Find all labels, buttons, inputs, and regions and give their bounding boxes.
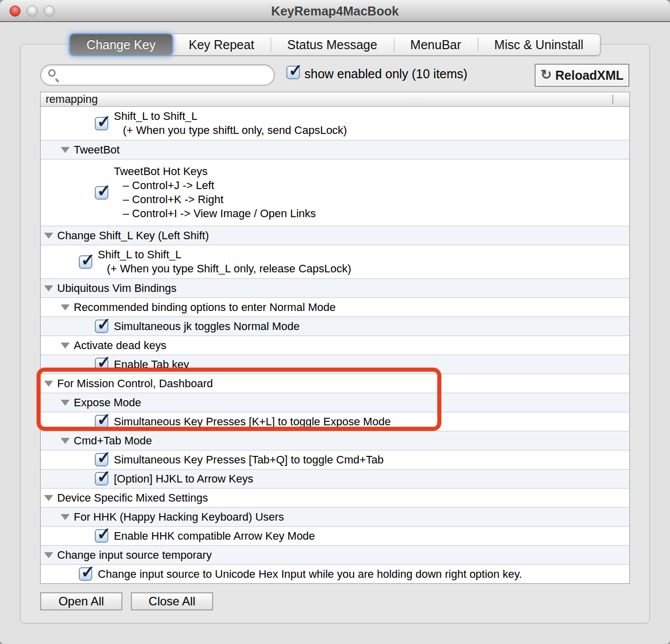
- tree-item-row[interactable]: [Option] HJKL to Arrow Keys: [41, 469, 629, 489]
- search-icon: [48, 69, 56, 77]
- show-enabled-only-checkbox[interactable]: [286, 66, 300, 79]
- reload-xml-label: ReloadXML: [555, 68, 623, 83]
- item-checkbox[interactable]: [95, 186, 108, 200]
- tree-section-row[interactable]: Expose Mode: [41, 393, 629, 412]
- item-label: Simultaneous jk toggles Normal Mode: [114, 319, 300, 334]
- section-label: Change Shift_L Key (Left Shift): [57, 229, 209, 242]
- search-input[interactable]: [61, 66, 267, 84]
- column-header-label: remapping: [46, 93, 98, 106]
- item-label: Simultaneous Key Presses [Tab+Q] to togg…: [114, 453, 384, 467]
- tree-item-row[interactable]: Simultaneous Key Presses [K+L] to toggle…: [41, 412, 629, 431]
- tab-misc-uninstall[interactable]: Misc & Uninstall: [478, 34, 600, 55]
- tree-rows-container: Shift_L to Shift_L(+ When you type shift…: [41, 107, 629, 584]
- item-label: Shift_L to Shift_L(+ When you type shift…: [114, 109, 347, 137]
- tab-bar: Change KeyKey RepeatStatus MessageMenuBa…: [70, 34, 601, 56]
- item-checkbox[interactable]: [79, 255, 92, 269]
- tree-section-row[interactable]: Recommended binding options to enter Nor…: [41, 298, 629, 317]
- section-label: Device Specific Mixed Settings: [57, 492, 208, 505]
- list-column-header[interactable]: remapping: [41, 92, 629, 107]
- disclosure-triangle-icon[interactable]: [61, 514, 70, 520]
- tree-item-row[interactable]: Shift_L to Shift_L(+ When you type Shift…: [41, 245, 629, 279]
- section-label: Expose Mode: [74, 396, 141, 409]
- item-checkbox[interactable]: [95, 472, 108, 486]
- item-label: Enable HHK compatible Arrow Key Mode: [114, 529, 315, 543]
- open-all-button[interactable]: Open All: [40, 592, 122, 610]
- disclosure-triangle-icon[interactable]: [61, 400, 70, 406]
- item-label: Enable Tab key: [114, 358, 189, 372]
- column-separator[interactable]: [612, 95, 613, 104]
- tree-item-row[interactable]: Enable Tab key: [41, 355, 629, 374]
- tab-key-repeat[interactable]: Key Repeat: [172, 34, 271, 55]
- item-checkbox[interactable]: [95, 319, 108, 333]
- section-label: Recommended binding options to enter Nor…: [74, 301, 336, 314]
- search-field[interactable]: [40, 64, 275, 86]
- tree-item-row[interactable]: Shift_L to Shift_L(+ When you type shift…: [41, 107, 629, 140]
- section-label: Cmd+Tab Mode: [74, 434, 152, 447]
- tree-section-row[interactable]: TweetBot: [41, 140, 629, 159]
- title-bar: KeyRemap4MacBook: [0, 0, 670, 22]
- disclosure-triangle-icon[interactable]: [61, 304, 70, 310]
- tree-item-row[interactable]: Simultaneous Key Presses [Tab+Q] to togg…: [41, 450, 629, 469]
- item-checkbox[interactable]: [95, 453, 108, 466]
- disclosure-triangle-icon[interactable]: [44, 552, 53, 558]
- item-label: TweetBot Hot Keys– Control+J -> Left– Co…: [114, 165, 316, 221]
- disclosure-triangle-icon[interactable]: [61, 438, 70, 444]
- tree-item-row[interactable]: Enable HHK compatible Arrow Key Mode: [41, 527, 629, 546]
- item-label: [Option] HJKL to Arrow Keys: [114, 472, 253, 486]
- item-checkbox[interactable]: [95, 415, 108, 428]
- disclosure-triangle-icon[interactable]: [61, 343, 70, 349]
- reload-icon: ↻: [541, 68, 552, 82]
- disclosure-triangle-icon[interactable]: [61, 147, 70, 153]
- close-all-label: Close All: [148, 594, 195, 608]
- tab-change-key[interactable]: Change Key: [70, 34, 173, 55]
- tree-section-row[interactable]: For Mission Control, Dashboard: [41, 374, 629, 393]
- item-label: Change input source to Unicode Hex Input…: [98, 567, 522, 581]
- disclosure-triangle-icon[interactable]: [44, 233, 53, 239]
- show-enabled-only-label: show enabled only (10 items): [304, 66, 467, 81]
- tree-item-row[interactable]: Simultaneous jk toggles Normal Mode: [41, 317, 629, 336]
- close-all-button[interactable]: Close All: [131, 592, 213, 610]
- section-label: Change input source temporary: [57, 549, 212, 562]
- remapping-tree-list: remapping Shift_L to Shift_L(+ When you …: [40, 92, 630, 584]
- tree-section-row[interactable]: Change Shift_L Key (Left Shift): [41, 226, 629, 245]
- section-label: Activate dead keys: [74, 339, 166, 352]
- tree-section-row[interactable]: Device Specific Mixed Settings: [41, 489, 629, 508]
- tree-section-row[interactable]: For HHK (Happy Hacking Keyboard) Users: [41, 508, 629, 527]
- tree-section-row[interactable]: Cmd+Tab Mode: [41, 431, 629, 450]
- tree-item-row[interactable]: TweetBot Hot Keys– Control+J -> Left– Co…: [41, 159, 629, 226]
- section-label: Ubiquitous Vim Bindings: [57, 282, 177, 295]
- item-checkbox[interactable]: [79, 567, 92, 581]
- disclosure-triangle-icon[interactable]: [44, 285, 53, 291]
- item-checkbox[interactable]: [95, 117, 108, 130]
- disclosure-triangle-icon[interactable]: [44, 495, 53, 501]
- tree-section-row[interactable]: Change input source temporary: [41, 546, 629, 565]
- section-label: For HHK (Happy Hacking Keyboard) Users: [74, 511, 284, 524]
- tree-section-row[interactable]: Activate dead keys: [41, 336, 629, 355]
- item-checkbox[interactable]: [95, 529, 108, 543]
- app-window: KeyRemap4MacBook Change KeyKey RepeatSta…: [0, 0, 670, 644]
- item-label: Simultaneous Key Presses [K+L] to toggle…: [114, 415, 391, 429]
- section-label: For Mission Control, Dashboard: [57, 377, 213, 390]
- show-enabled-only-control: show enabled only (10 items): [286, 66, 467, 81]
- tab-menubar[interactable]: MenuBar: [394, 34, 477, 55]
- item-label: Shift_L to Shift_L(+ When you type Shift…: [98, 248, 351, 276]
- window-title: KeyRemap4MacBook: [0, 4, 670, 19]
- tab-status-message[interactable]: Status Message: [271, 34, 394, 55]
- tree-section-row[interactable]: Ubiquitous Vim Bindings: [41, 279, 629, 298]
- tree-item-row[interactable]: Change input source to Unicode Hex Input…: [41, 565, 629, 584]
- reload-xml-button[interactable]: ↻ ReloadXML: [535, 64, 629, 87]
- section-label: TweetBot: [74, 143, 120, 156]
- disclosure-triangle-icon[interactable]: [44, 381, 53, 387]
- item-checkbox[interactable]: [95, 358, 108, 371]
- open-all-label: Open All: [59, 594, 104, 608]
